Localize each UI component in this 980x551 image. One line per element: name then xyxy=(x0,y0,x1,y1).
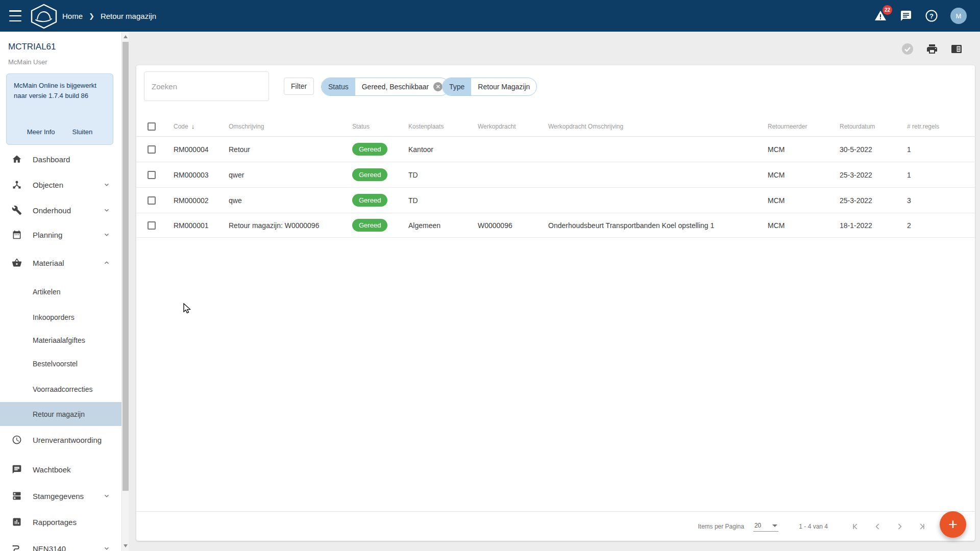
breadcrumb-separator-icon: ❯ xyxy=(89,12,94,20)
sidebar-item-materiaal[interactable]: Materiaal xyxy=(0,251,121,275)
alerts-warning-icon[interactable]: 22 xyxy=(874,9,887,22)
sidebar-item-objecten[interactable]: Objecten xyxy=(0,172,121,197)
column-header-retourneerder[interactable]: Retourneerder xyxy=(768,123,840,130)
menu-hamburger-icon[interactable] xyxy=(9,10,21,21)
column-header-retourdatum[interactable]: Retourdatum xyxy=(840,123,907,130)
items-per-page-select[interactable]: 20 xyxy=(753,521,778,532)
chip-remove-icon[interactable]: ✕ xyxy=(433,82,443,91)
column-header-werkopdracht-omschrijving[interactable]: Werkopdracht Omschrijving xyxy=(548,123,768,130)
dns-icon xyxy=(11,490,22,502)
cell-retourneerder: MCM xyxy=(768,221,840,230)
device-hub-icon xyxy=(11,179,22,190)
items-per-page-label: Items per Pagina xyxy=(698,523,744,530)
first-page-icon[interactable] xyxy=(851,521,862,532)
chevron-up-icon xyxy=(103,259,110,266)
cell-regels: 2 xyxy=(907,221,975,230)
sidebar-item-dashboard[interactable]: Dashboard xyxy=(0,147,121,171)
column-header-status[interactable]: Status xyxy=(352,123,408,130)
chat-icon xyxy=(11,464,22,475)
cell-retourneerder: MCM xyxy=(768,171,840,179)
cell-retourneerder: MCM xyxy=(768,196,840,205)
cell-retourdatum: 30-5-2022 xyxy=(840,145,907,154)
table-row[interactable]: RM000001 Retour magazijn: W0000096 Geree… xyxy=(136,213,975,238)
sidebar-subitem-materiaalafgiftes[interactable]: Materiaalafgiftes xyxy=(0,329,121,352)
status-badge: Gereed xyxy=(352,143,387,156)
sort-desc-icon: ↓ xyxy=(191,122,195,130)
sidebar-item-wachtboek[interactable]: Wachtboek xyxy=(0,457,121,482)
search-input[interactable] xyxy=(144,71,269,101)
sidebar-subitem-voorraadcorrecties[interactable]: Voorraadcorrecties xyxy=(0,378,121,401)
bulk-complete-icon[interactable] xyxy=(901,43,914,55)
status-badge: Gereed xyxy=(352,168,387,181)
column-header-retr-regels[interactable]: # retr.regels xyxy=(907,123,975,130)
row-checkbox[interactable] xyxy=(148,221,156,230)
scrollbar-thumb[interactable] xyxy=(122,42,129,491)
chevron-down-icon xyxy=(103,545,110,551)
sidebar-item-urenverantwoording[interactable]: Urenverantwoording xyxy=(0,428,121,452)
cell-werkopdracht: W0000096 xyxy=(478,221,548,230)
sidebar-scrollbar[interactable] xyxy=(121,32,129,551)
column-header-werkopdracht[interactable]: Werkopdracht xyxy=(478,123,548,130)
table-header: Code↓ Omschrijving Status Kostenplaats W… xyxy=(136,116,975,137)
add-button[interactable]: + xyxy=(940,511,966,538)
cell-regels: 3 xyxy=(907,196,975,205)
app-logo-icon[interactable] xyxy=(30,4,58,31)
help-icon[interactable]: ? xyxy=(925,9,938,22)
side-panel-toggle-icon[interactable] xyxy=(950,43,963,55)
filter-chip-status[interactable]: Status Gereed, Beschikbaar ✕ xyxy=(321,78,450,96)
row-checkbox[interactable] xyxy=(148,196,156,205)
cell-retourdatum: 25-3-2022 xyxy=(840,171,907,179)
table-row[interactable]: RM000002 qwe Gereed TD MCM 25-3-2022 3 xyxy=(136,188,975,213)
update-notice-text: McMain Online is bijgewerkt naar versie … xyxy=(14,81,106,101)
select-all-checkbox[interactable] xyxy=(148,122,156,131)
sidebar-item-onderhoud[interactable]: Onderhoud xyxy=(0,198,121,222)
sidebar-subitem-bestelvoorstel[interactable]: Bestelvoorstel xyxy=(0,352,121,375)
scroll-down-icon[interactable] xyxy=(124,544,128,547)
status-badge: Gereed xyxy=(352,219,387,232)
chevron-down-icon xyxy=(103,207,110,214)
cell-omschrijving: qwe xyxy=(229,196,352,205)
filter-button[interactable]: Filter xyxy=(284,78,314,95)
notice-close-button[interactable]: Sluiten xyxy=(72,127,93,137)
sidebar-item-planning[interactable]: Planning xyxy=(0,222,121,247)
cell-code: RM000003 xyxy=(174,171,229,179)
cell-wo-omschrijving: Onderhoudsbeurt Transportbanden Koel ops… xyxy=(548,221,768,230)
sidebar-subitem-artikelen[interactable]: Artikelen xyxy=(0,280,121,304)
print-icon[interactable] xyxy=(926,43,938,55)
sidebar-item-rapportages[interactable]: Rapportages xyxy=(0,510,121,534)
calendar-icon xyxy=(11,229,22,240)
cell-regels: 1 xyxy=(907,171,975,179)
chevron-down-icon xyxy=(103,231,110,238)
column-header-omschrijving[interactable]: Omschrijving xyxy=(229,123,352,130)
user-avatar[interactable]: M xyxy=(950,8,967,24)
next-page-icon[interactable] xyxy=(894,521,904,532)
cell-omschrijving: Retour magazijn: W0000096 xyxy=(229,221,352,230)
row-checkbox[interactable] xyxy=(148,145,156,154)
breadcrumb-home[interactable]: Home xyxy=(62,12,83,20)
pagination-bar: Items per Pagina 20 1 - 4 van 4 xyxy=(136,511,975,541)
notice-more-info-button[interactable]: Meer Info xyxy=(27,127,55,137)
cell-code: RM000004 xyxy=(174,145,229,154)
table-row[interactable]: RM000004 Retour Gereed Kantoor MCM 30-5-… xyxy=(136,137,975,162)
chip-type-label: Type xyxy=(443,78,471,95)
table-row[interactable]: RM000003 qwer Gereed TD MCM 25-3-2022 1 xyxy=(136,162,975,188)
cell-code: RM000001 xyxy=(174,221,229,230)
filter-chip-type[interactable]: Type Retour Magazijn xyxy=(442,78,537,96)
previous-page-icon[interactable] xyxy=(873,521,883,532)
sidebar-item-nen3140[interactable]: NEN3140 xyxy=(0,536,121,551)
sidebar-subitem-retour-magazijn[interactable]: Retour magazijn xyxy=(0,402,121,426)
messages-icon[interactable] xyxy=(899,9,913,22)
chip-status-label: Status xyxy=(322,78,355,95)
sidebar-subitem-inkooporders[interactable]: Inkooporders xyxy=(0,306,121,329)
page-actions xyxy=(901,43,980,55)
sidebar-item-stamgegevens[interactable]: Stamgegevens xyxy=(0,484,121,508)
last-page-icon[interactable] xyxy=(916,521,926,532)
scroll-up-icon[interactable] xyxy=(124,35,128,38)
cell-kostenplaats: Algemeen xyxy=(408,221,478,230)
column-header-kostenplaats[interactable]: Kostenplaats xyxy=(408,123,478,130)
sidebar: MCTRIAL61 McMain User McMain Online is b… xyxy=(0,32,121,551)
column-header-code[interactable]: Code↓ xyxy=(174,122,229,130)
chevron-down-icon xyxy=(103,181,110,188)
cell-regels: 1 xyxy=(907,145,975,154)
row-checkbox[interactable] xyxy=(148,171,156,179)
